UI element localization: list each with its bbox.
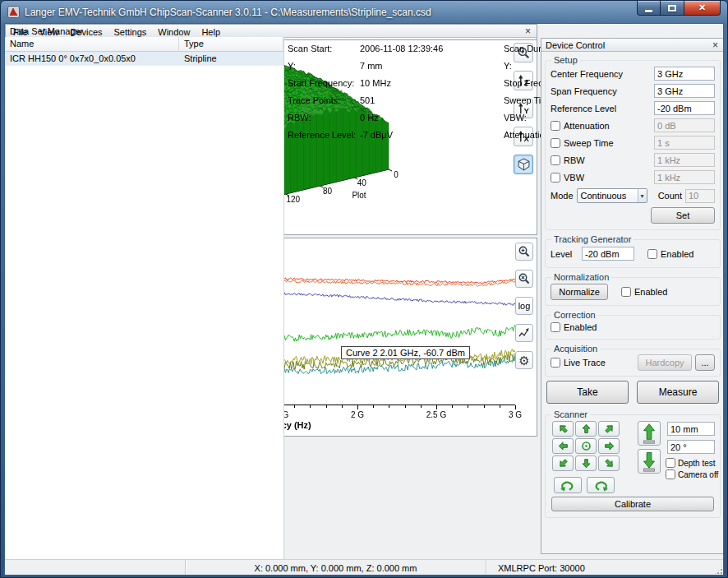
app-icon [7,6,20,18]
setup-group: Setup Center Frequency Span Frequency Re… [545,55,721,230]
status-xmlrpc: XMLRPC Port: 30000 [486,560,724,576]
z-down-icon [641,451,657,472]
hardcopy-button: Hardcopy [638,354,692,371]
caption-buttons: ✕ [637,1,721,16]
rotate-cw-button[interactable] [587,477,615,493]
scanner-move-up-left-button[interactable] [552,421,574,437]
mode-select[interactable]: Continuous ▾ [577,188,647,203]
tracking-generator-legend: Tracking Generator [551,234,634,244]
set-row: Set [551,206,715,225]
z-down-button[interactable] [638,449,661,474]
correction-enabled-label: Enabled [564,322,597,332]
scan-info-col1: Scan Start:2006-11-08 12:39:46Y:7 mmStar… [288,39,504,572]
rbw-row: RBW [551,151,715,169]
close-icon[interactable]: × [711,40,720,50]
titlebar: Langer EMV-Technik GmbH ChipScan-Scanner… [1,1,727,23]
maximize-button[interactable] [661,1,684,16]
correction-group: Correction Enabled [545,310,721,340]
tracking-level-label: Level [551,249,578,259]
center-frequency-label: Center Frequency [551,69,651,79]
tracking-enabled-checkbox[interactable] [647,249,657,259]
reference-level-row: Reference Level [551,99,715,117]
arrow-up-right-icon [604,423,615,434]
acquisition-legend: Acquisition [551,344,600,354]
reference-level-input[interactable] [654,101,715,115]
span-frequency-input[interactable] [654,84,715,98]
status-bar: X: 0.000 mm, Y: 0.000 mm, Z: 0.000 mm XM… [5,559,724,576]
normalize-button[interactable]: Normalize [551,284,608,300]
scanner-move-up-right-button[interactable] [598,421,620,437]
set-button[interactable]: Set [651,207,715,224]
scan-info-label: Reference Level: [288,130,360,140]
normalization-legend: Normalization [551,272,611,282]
scan-info-row: RBW:0 Hz [288,109,504,126]
sweep-time-checkbox[interactable] [551,138,560,148]
more-button[interactable]: ... [695,354,715,371]
step-size-input[interactable] [667,422,715,436]
scan-info-value: 10 MHz [360,78,391,88]
center-frequency-input[interactable] [654,67,715,81]
table-row[interactable]: ICR HH150 0° 0x7x0_0x0.05x0 Stripline [5,52,283,66]
minimize-button[interactable] [637,1,661,16]
mode-label: Mode [551,191,574,201]
scanner-move-down-left-button[interactable] [552,455,574,471]
calibrate-button[interactable]: Calibrate [551,497,714,511]
close-button[interactable]: ✕ [684,1,721,16]
scanner-move-up-button[interactable] [575,421,597,437]
arrow-down-left-icon [558,458,569,469]
tracking-level-row: Level Enabled [551,244,715,263]
rotation-angle-input[interactable] [667,440,715,454]
vbw-checkbox[interactable] [551,173,560,183]
rotate-ccw-button[interactable] [554,477,582,493]
column-header-type[interactable]: Type [179,37,283,51]
scan-info-row: Y:7 mm [288,57,504,74]
client-area: File View Devices Settings Window Help Z [4,23,724,576]
sweep-time-input [654,136,715,150]
column-header-name[interactable]: Name [5,37,179,51]
depth-test-checkbox[interactable] [666,458,675,468]
status-coordinates: X: 0.000 mm, Y: 0.000 mm, Z: 0.000 mm [186,560,486,576]
scan-info-label: RBW: [288,113,360,123]
scanner-move-left-button[interactable] [552,438,574,454]
attenuation-checkbox[interactable] [551,121,560,131]
correction-legend: Correction [551,310,598,320]
close-icon: ✕ [698,2,706,13]
camera-off-checkbox[interactable] [666,469,675,479]
scan-info-row: Trace Points:501 [288,91,504,109]
chevron-down-icon: ▾ [638,189,647,202]
scanner-move-down-button[interactable] [575,455,597,471]
scan-info-row: Reference Level:-7 dBμV [288,126,504,143]
camera-off-label: Camera off [678,470,718,479]
scanner-group: Scanner [545,409,721,518]
reference-level-label: Reference Level [551,104,651,113]
device-control-panel: Device Control × Setup Center Frequency … [541,38,724,554]
tracking-enabled-label: Enabled [661,249,693,259]
rbw-checkbox[interactable] [551,155,560,165]
depth-test-row: Depth test [666,458,716,468]
correction-enabled-checkbox[interactable] [551,322,560,332]
attenuation-label: Attenuation [564,121,651,131]
scan-info-row: Start Frequency:10 MHz [288,74,504,91]
acquisition-group: Acquisition Live Trace Hardcopy ... [545,344,721,377]
center-frequency-row: Center Frequency [551,65,715,82]
take-button[interactable]: Take [546,381,629,404]
scanner-move-down-right-button[interactable] [598,455,620,471]
scanner-home-button[interactable] [575,438,597,454]
scan-info-value: 501 [360,95,375,105]
scan-info-value: 2006-11-08 12:39:46 [360,44,443,53]
device-control-header: Device Control × [541,39,724,52]
measure-button[interactable]: Measure [637,381,719,404]
scan-info-label: Start Frequency: [288,78,360,88]
span-frequency-row: Span Frequency [551,82,715,99]
normalization-group: Normalization Normalize Enabled [545,272,721,306]
data-set-manager-panel: Data Set Manager × Name Type ICR HH150 0… [5,24,537,144]
setup-legend: Setup [551,55,580,65]
scanner-move-right-button[interactable] [598,438,620,454]
app-window: Langer EMV-Technik GmbH ChipScan-Scanner… [0,0,728,578]
normalization-enabled-label: Enabled [634,287,667,297]
live-trace-checkbox[interactable] [551,358,560,368]
tracking-level-input[interactable] [582,247,634,261]
z-up-button[interactable] [638,421,661,446]
mode-value: Continuous [581,191,627,201]
normalization-enabled-checkbox[interactable] [621,287,631,297]
